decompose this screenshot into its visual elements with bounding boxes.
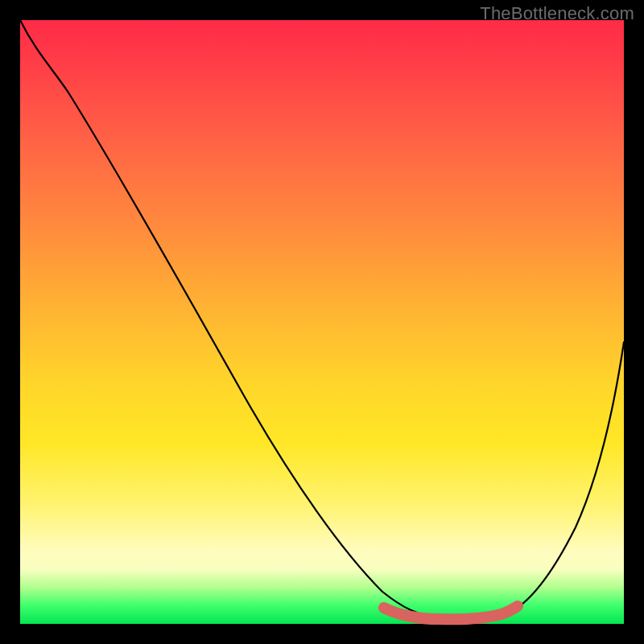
valley-highlight	[384, 606, 518, 619]
bottleneck-curve	[20, 20, 624, 618]
chart-plot-area	[20, 20, 624, 624]
chart-svg	[20, 20, 624, 624]
watermark-text: TheBottleneck.com	[480, 3, 634, 24]
chart-frame: TheBottleneck.com	[0, 0, 644, 644]
